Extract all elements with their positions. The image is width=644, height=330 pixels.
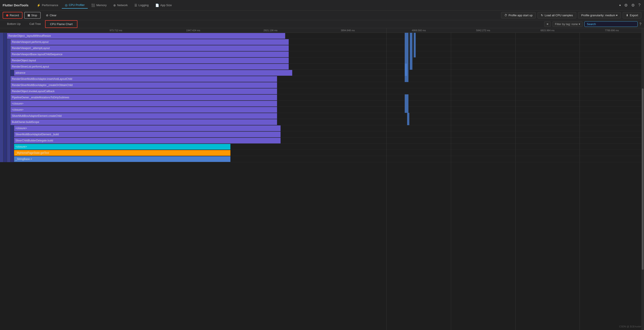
nav-tab-memory[interactable]: ⬛Memory (88, 2, 110, 8)
flame-bar[interactable]: RenderSliverMultiBoxAdaptor.insertAndLay… (10, 76, 277, 82)
app-title: Flutter DevTools (3, 3, 28, 7)
nav-tab-cpu-profiler[interactable]: ◎CPU Profiler (62, 2, 88, 8)
flame-bar[interactable]: RenderObject.layout (10, 58, 289, 63)
indent-block (10, 125, 14, 131)
export-button[interactable]: ⬇ Export (623, 12, 641, 18)
table-row[interactable]: RenderObject.layout (0, 58, 386, 64)
indent-block (0, 138, 4, 144)
flame-bar[interactable]: <closure> (14, 144, 230, 150)
right-flame-row (387, 100, 644, 107)
search-box[interactable] (584, 21, 638, 27)
table-row[interactable]: RenderViewport.performLayout (0, 39, 386, 45)
indent-block (4, 94, 7, 100)
search-help-icon[interactable]: ? (640, 22, 641, 26)
watermark: CSDN @ 东东huster (619, 325, 641, 328)
flame-indent (0, 100, 10, 107)
table-row[interactable]: _StringBase.+ (0, 156, 386, 162)
filter-row: ≡ Filter by tag: none ▾ ? (544, 21, 641, 27)
load-cpu-button[interactable]: ↻ Load all CPU samples (538, 12, 576, 18)
table-row[interactable]: RenderSliverMultiBoxAdaptor.insertAndLay… (0, 76, 386, 82)
search-input[interactable] (587, 22, 635, 26)
table-row[interactable]: <closure> (0, 125, 386, 131)
indent-block (0, 113, 4, 119)
flame-bar[interactable]: RenderViewport._attemptLayout (10, 45, 289, 51)
flame-bar[interactable]: RenderViewportBase.layoutChildSequence (10, 52, 289, 57)
indent-block (10, 70, 14, 76)
table-row[interactable]: _MyHomePageState.getText (0, 150, 386, 156)
scrollbar[interactable] (641, 28, 644, 330)
tab-bottom-up[interactable]: Bottom Up (3, 20, 25, 28)
table-row[interactable]: RenderViewportBase.layoutChildSequence (0, 51, 386, 58)
tag-filter-button[interactable]: Filter by tag: none ▾ (552, 21, 583, 27)
table-row[interactable]: RenderViewport._attemptLayout (0, 45, 386, 51)
indent-block (4, 138, 7, 144)
stop-button[interactable]: Stop (24, 12, 41, 19)
flame-bar[interactable]: RenderObject.invokeLayoutCallback (10, 88, 277, 94)
table-row[interactable]: BuildOwner.buildScope (0, 119, 386, 125)
flame-bar[interactable]: RenderSliverMultiBoxAdaptor._createOrObt… (10, 82, 277, 88)
indent-block (4, 125, 7, 131)
indent-block (0, 58, 4, 64)
table-row[interactable]: RenderObject._layoutWithoutResize (0, 33, 386, 39)
profile-startup-label: Profile app start up (508, 14, 532, 17)
record-button[interactable]: Record (3, 12, 22, 19)
flame-bar[interactable]: _MyHomePageState.getText (14, 150, 230, 156)
table-row[interactable]: PipelineOwner._enableMutationsToDirtySub… (0, 94, 386, 100)
nav-tab-logging[interactable]: ☰Logging (131, 2, 152, 8)
extensions-icon[interactable]: ⚙ (630, 2, 636, 8)
table-row[interactable]: SliverChildBuilderDelegate.build (0, 138, 386, 144)
settings-icon[interactable]: ⚙ (623, 2, 628, 8)
profile-startup-button[interactable]: ⏱ Profile app start up (501, 12, 536, 18)
table-row[interactable]: SliverMultiBoxAdaptorElement.createChild (0, 113, 386, 119)
indent-block (4, 76, 7, 82)
table-row[interactable]: RenderSliverList.performLayout (0, 64, 386, 70)
clear-button[interactable]: ⊘ Clear (42, 12, 60, 19)
flame-bar[interactable]: PipelineOwner._enableMutationsToDirtySub… (10, 94, 277, 100)
flame-chart-container[interactable]: 973.712 ms 1947.424 ms 2921.136 ms 3894.… (0, 28, 386, 330)
flame-bar[interactable]: BuildOwner.buildScope (10, 119, 277, 125)
record-label: Record (10, 14, 19, 17)
table-row[interactable]: RenderSliverMultiBoxAdaptor._createOrObt… (0, 82, 386, 88)
indent-block (4, 39, 7, 45)
flame-bar[interactable]: RenderViewport.performLayout (10, 39, 289, 45)
tab-cpu-flame-chart[interactable]: CPU Flame Chart (45, 20, 78, 28)
tab-call-tree[interactable]: Call Tree (25, 20, 45, 28)
load-cpu-icon: ↻ (541, 14, 543, 17)
tab-icon-logging: ☰ (134, 4, 137, 7)
table-row[interactable]: advance (0, 70, 386, 76)
indent-block (0, 144, 4, 150)
help-icon[interactable]: ? (638, 2, 641, 8)
flame-bar[interactable]: <closure> (14, 126, 281, 131)
flame-bar[interactable]: advance (14, 70, 292, 76)
table-row[interactable]: <closure> (0, 107, 386, 113)
right-flame-row (387, 107, 644, 113)
flame-bar[interactable]: SliverMultiBoxAdaptorElement._build (14, 132, 281, 137)
indent-block (0, 51, 4, 58)
nav-tabs: ⚡Performance◎CPU Profiler⬛Memory⊕Network… (34, 2, 619, 8)
nav-tab-network[interactable]: ⊕Network (110, 2, 131, 8)
table-row[interactable]: RenderObject.invokeLayoutCallback (0, 88, 386, 94)
indent-block (4, 150, 7, 156)
granularity-button[interactable]: Profile granularity: medium ▾ (578, 12, 621, 18)
flame-bar[interactable]: SliverChildBuilderDelegate.build (14, 138, 281, 144)
flame-bar[interactable]: <closure> (10, 101, 277, 106)
load-cpu-label: Load all CPU samples (544, 14, 573, 17)
flame-bar[interactable]: SliverMultiBoxAdaptorElement.createChild (10, 113, 277, 119)
indent-block (7, 100, 10, 107)
table-row[interactable]: <closure> (0, 144, 386, 150)
indent-block (0, 100, 4, 107)
tab-icon-memory: ⬛ (91, 4, 95, 7)
right-flame-row (387, 70, 644, 76)
flame-bar[interactable]: RenderObject._layoutWithoutResize (7, 33, 285, 39)
table-row[interactable]: SliverMultiBoxAdaptorElement._build (0, 131, 386, 138)
table-row[interactable]: <closure> (0, 100, 386, 107)
nav-tab-performance[interactable]: ⚡Performance (34, 2, 61, 8)
scrollbar-thumb[interactable] (642, 88, 644, 270)
tag-filter-label: Filter by tag: none (555, 22, 578, 26)
flame-bar[interactable]: <closure> (10, 107, 277, 113)
flame-bar[interactable]: RenderSliverList.performLayout (10, 64, 289, 70)
tab-icon-network: ⊕ (113, 4, 116, 7)
flame-bar[interactable]: _StringBase.+ (14, 156, 230, 162)
nav-tab-app-size[interactable]: 📄App Size (152, 2, 175, 8)
filter-button[interactable]: ≡ (544, 21, 551, 27)
